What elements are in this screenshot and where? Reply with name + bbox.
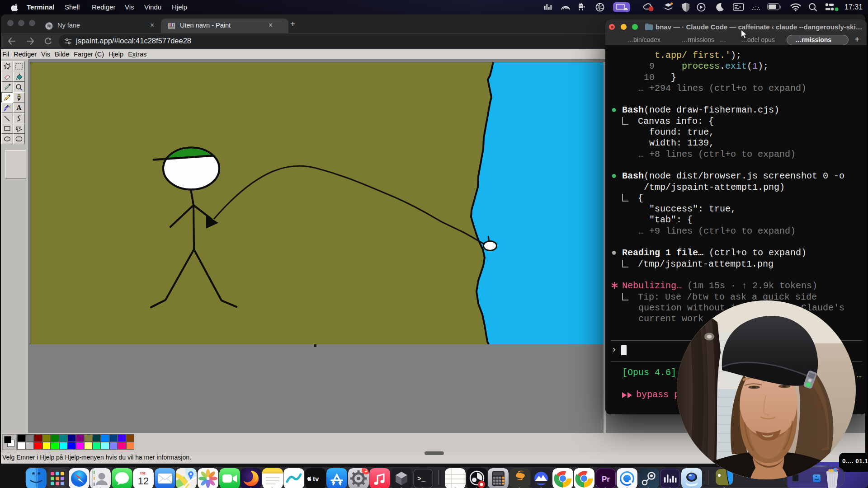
svg-text:>_: >_ — [417, 475, 426, 483]
svg-text:tor.: tor. — [140, 471, 146, 475]
svg-text:12: 12 — [138, 475, 149, 487]
svg-text:Pr: Pr — [602, 475, 610, 483]
svg-text:tv: tv — [313, 475, 319, 483]
